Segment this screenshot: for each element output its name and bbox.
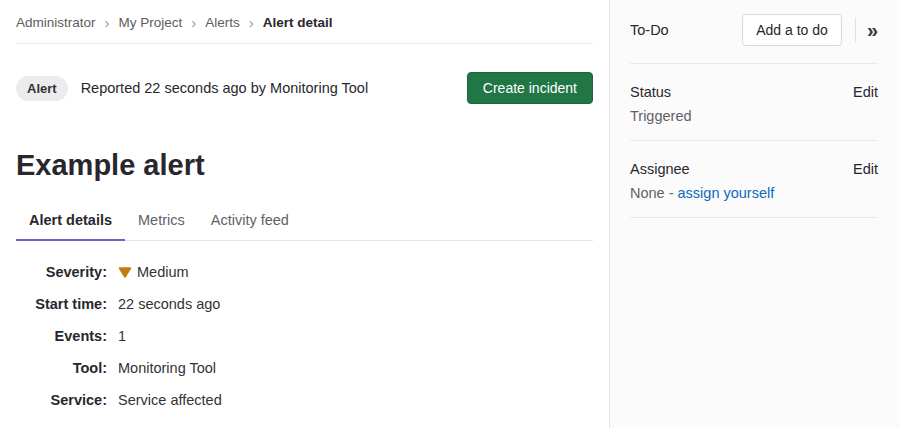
assignee-none-text: None - (630, 185, 674, 201)
status-value: Triggered (630, 108, 878, 124)
detail-label-severity: Severity: (16, 262, 107, 282)
alert-summary-bar: Alert Reported 22 seconds ago by Monitor… (16, 72, 593, 104)
tabs: Alert details Metrics Activity feed (16, 203, 593, 241)
chevron-double-right-icon: » (867, 19, 878, 41)
assignee-edit-button[interactable]: Edit (853, 161, 878, 177)
detail-value-severity: Medium (118, 262, 593, 282)
tab-alert-details[interactable]: Alert details (16, 203, 125, 241)
assignee-value: None -assign yourself (630, 185, 878, 201)
detail-label-start-time: Start time: (16, 294, 107, 314)
tab-metrics[interactable]: Metrics (125, 203, 198, 240)
detail-value-events: 1 (118, 326, 593, 346)
severity-medium-triangle (120, 268, 130, 277)
breadcrumb-separator-icon: › (249, 15, 254, 30)
breadcrumb-link-administrator[interactable]: Administrator (16, 15, 96, 30)
detail-value-service: Service affected (118, 390, 593, 410)
page-title: Example alert (16, 149, 593, 181)
add-todo-button[interactable]: Add a to do (742, 14, 842, 46)
main-content: Administrator › My Project › Alerts › Al… (0, 0, 609, 428)
detail-value-tool: Monitoring Tool (118, 358, 593, 378)
detail-label-events: Events: (16, 326, 107, 346)
assign-yourself-link[interactable]: assign yourself (678, 185, 775, 201)
breadcrumb-separator-icon: › (191, 15, 196, 30)
detail-value-start-time: 22 seconds ago (118, 294, 593, 314)
todo-label: To-Do (630, 22, 742, 38)
status-label: Status (630, 84, 671, 100)
breadcrumb: Administrator › My Project › Alerts › Al… (16, 0, 593, 44)
breadcrumb-separator-icon: › (105, 15, 110, 30)
breadcrumb-current-page: Alert detail (263, 15, 333, 30)
assignee-label: Assignee (630, 161, 690, 177)
todo-section: To-Do Add a to do » (630, 0, 878, 64)
detail-label-service: Service: (16, 390, 107, 410)
create-incident-button[interactable]: Create incident (467, 72, 593, 104)
detail-label-tool: Tool: (16, 358, 107, 378)
collapse-sidebar-button[interactable]: » (856, 20, 878, 40)
status-edit-button[interactable]: Edit (853, 84, 878, 100)
severity-medium-icon (118, 267, 132, 278)
assignee-section: Assignee Edit None -assign yourself (630, 141, 878, 218)
alert-detail-page: Administrator › My Project › Alerts › Al… (0, 0, 900, 428)
breadcrumb-link-my-project[interactable]: My Project (119, 15, 183, 30)
breadcrumb-link-alerts[interactable]: Alerts (205, 15, 240, 30)
tab-activity-feed[interactable]: Activity feed (198, 203, 302, 240)
reported-text: Reported 22 seconds ago by Monitoring To… (81, 80, 467, 96)
alert-details-list: Severity: Medium Start time: 22 seconds … (16, 262, 593, 410)
alert-type-badge: Alert (16, 76, 68, 101)
detail-value-severity-text: Medium (137, 262, 189, 282)
right-sidebar: To-Do Add a to do » Status Edit Triggere… (609, 0, 900, 428)
status-section: Status Edit Triggered (630, 64, 878, 141)
